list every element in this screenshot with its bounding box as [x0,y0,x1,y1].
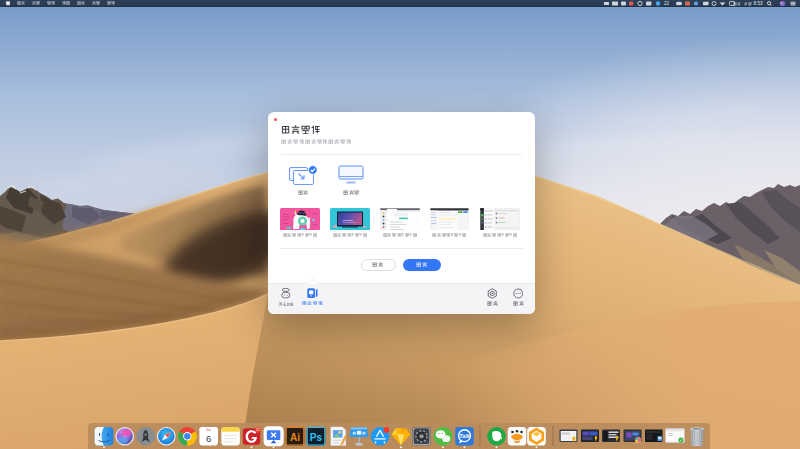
svg-text:Ai: Ai [290,432,300,443]
svg-text:Ps: Ps [310,432,323,443]
svg-text:6月: 6月 [206,428,211,432]
svg-text:Talk: Talk [459,433,470,439]
svg-text:6: 6 [206,433,211,444]
svg-text:22: 22 [256,428,260,432]
svg-text:22: 22 [664,1,670,6]
